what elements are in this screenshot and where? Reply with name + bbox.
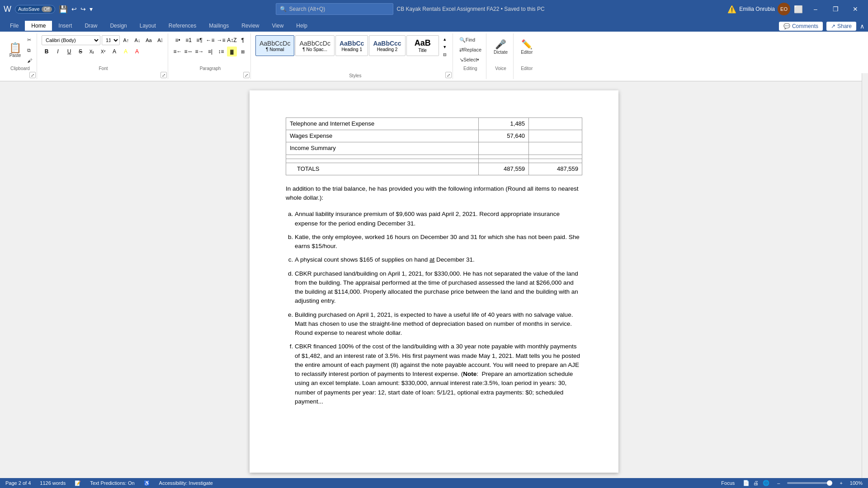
save-icon[interactable]: 💾 — [59, 5, 68, 14]
text-color-button[interactable]: A — [132, 47, 142, 56]
subscript-button[interactable]: X₂ — [87, 47, 97, 56]
dictate-button[interactable]: 🎤 Dictate — [491, 35, 510, 58]
undo-icon[interactable]: ↩ — [71, 5, 77, 13]
web-view-icon[interactable]: 🌐 — [762, 479, 770, 482]
superscript-button[interactable]: X² — [98, 47, 108, 56]
clipboard-expand[interactable]: ⤢ — [29, 72, 36, 78]
tab-references[interactable]: References — [162, 21, 203, 32]
user-section: ⚠️ Emilia Onrubia EO — [727, 3, 790, 15]
tab-mailings[interactable]: Mailings — [203, 21, 235, 32]
search-box[interactable]: 🔍 Search (Alt+Q) — [276, 3, 393, 15]
select-button[interactable]: ↘ Select ▾ — [458, 55, 483, 64]
customize-icon[interactable]: ▾ — [90, 5, 93, 13]
decrease-font-button[interactable]: A↓ — [132, 35, 142, 45]
title-bar-center: 🔍 Search (Alt+Q) CB Kayak Rentals Excel … — [93, 3, 727, 15]
minimize-button[interactable]: – — [807, 2, 825, 16]
style-heading2[interactable]: AaBbCcc Heading 2 — [369, 35, 405, 56]
bullets-button[interactable]: ≡• — [173, 35, 183, 45]
tab-home[interactable]: Home — [25, 21, 52, 32]
table-totals-row: TOTALS 487,559 487,559 — [286, 163, 582, 175]
highlight-button[interactable]: A — [121, 47, 131, 56]
paragraph-expand[interactable]: ⤢ — [243, 72, 250, 78]
layout-icon[interactable]: ⬜ — [794, 5, 803, 14]
increase-indent-button[interactable]: →≡ — [216, 35, 226, 45]
strikethrough-button[interactable]: S — [75, 47, 85, 56]
numbering-button[interactable]: ≡1 — [184, 35, 193, 45]
paste-label: Paste — [9, 53, 21, 58]
zoom-in-button[interactable]: + — [840, 480, 842, 482]
focus-button[interactable]: Focus — [721, 480, 735, 482]
font-size-select[interactable]: 11 — [102, 35, 120, 45]
style-title[interactable]: AaB Title — [406, 35, 439, 56]
format-painter-button[interactable]: 🖌 — [25, 56, 34, 65]
list: Annual liability insurance premium of $9… — [295, 210, 582, 406]
italic-button[interactable]: I — [53, 47, 63, 56]
replace-icon: ⇄ — [459, 47, 463, 53]
styles-group: AaBbCcDc ¶ Normal AaBbCcDc ¶ No Spac... … — [253, 33, 453, 79]
tab-insert[interactable]: Insert — [52, 21, 78, 32]
tab-design[interactable]: Design — [104, 21, 133, 32]
change-case-button[interactable]: Aa — [144, 35, 154, 45]
bold-button[interactable]: B — [42, 47, 52, 56]
comments-button[interactable]: 💬 Comments — [779, 22, 823, 31]
sort-button[interactable]: A↕Z — [227, 35, 237, 45]
style-heading1[interactable]: AaBbCc Heading 1 — [335, 35, 368, 56]
scrollbar[interactable] — [862, 73, 868, 478]
ribbon: 📋 Paste ✂ ⧉ 🖌 Clipboard ⤢ Calibri (Body)… — [0, 32, 868, 81]
line-spacing-button[interactable]: ↕≡ — [216, 47, 226, 56]
table-cell-name: Telephone and Internet Expense — [286, 118, 479, 130]
styles-expand-btn[interactable]: ⤢ — [445, 72, 452, 78]
align-right-button[interactable]: ≡→ — [194, 47, 204, 56]
title-bar-left: W AutoSave Off 💾 ↩ ↪ ▾ — [4, 5, 93, 14]
shading-button[interactable]: ▓ — [227, 47, 237, 56]
table-totals-credit: 487,559 — [529, 163, 582, 175]
clipboard-group: 📋 Paste ✂ ⧉ 🖌 Clipboard ⤢ — [4, 33, 37, 79]
share-button[interactable]: ↗ Share — [826, 22, 856, 31]
select-label: Select — [463, 57, 477, 62]
close-button[interactable]: ✕ — [846, 2, 864, 16]
redo-icon[interactable]: ↪ — [80, 5, 86, 13]
align-left-button[interactable]: ≡← — [173, 47, 183, 56]
zoom-level[interactable]: 100% — [850, 480, 863, 482]
find-button[interactable]: 🔍 Find — [458, 35, 483, 44]
restore-button[interactable]: ❐ — [826, 2, 844, 16]
replace-button[interactable]: ⇄ Replace — [458, 45, 483, 54]
underline-button[interactable]: U — [64, 47, 74, 56]
tab-draw[interactable]: Draw — [78, 21, 104, 32]
clear-format-button[interactable]: A⃥ — [155, 35, 165, 45]
font-expand[interactable]: ⤢ — [160, 72, 167, 78]
font-family-select[interactable]: Calibri (Body) — [42, 35, 100, 45]
cut-button[interactable]: ✂ — [25, 35, 34, 44]
tab-layout[interactable]: Layout — [133, 21, 162, 32]
ribbon-collapse-icon[interactable]: ∧ — [860, 23, 864, 30]
styles-scroll-down[interactable]: ▼ — [440, 43, 450, 51]
tab-view[interactable]: View — [266, 21, 290, 32]
align-center-button[interactable]: ≡↔ — [184, 47, 193, 56]
tab-review[interactable]: Review — [235, 21, 265, 32]
styles-scroll-up[interactable]: ▲ — [440, 35, 450, 43]
pilcrow-button[interactable]: ¶ — [238, 35, 248, 45]
table-cell-credit — [529, 159, 582, 163]
font-row-2: B I U S X₂ X² A A A — [42, 47, 165, 56]
select-icon: ↘ — [459, 57, 463, 63]
decrease-indent-button[interactable]: ←≡ — [205, 35, 215, 45]
justify-button[interactable]: ≡| — [205, 47, 215, 56]
styles-expand[interactable]: ⊟ — [440, 51, 450, 59]
print-view-icon[interactable]: 🖨 — [752, 479, 760, 482]
increase-font-button[interactable]: A↑ — [121, 35, 131, 45]
copy-button[interactable]: ⧉ — [25, 46, 34, 55]
editor-button[interactable]: ✏️ Editor — [518, 35, 535, 58]
ribbon-tabs: File Home Insert Draw Design Layout Refe… — [0, 18, 868, 32]
font-color-button[interactable]: A — [109, 47, 119, 56]
paste-button[interactable]: 📋 Paste — [6, 38, 24, 63]
table-cell-credit — [529, 118, 582, 130]
zoom-out-button[interactable]: – — [777, 480, 780, 482]
tab-help[interactable]: Help — [290, 21, 314, 32]
multilevel-button[interactable]: ≡¶ — [194, 35, 204, 45]
autosave-toggle[interactable]: AutoSave Off — [15, 5, 55, 14]
read-view-icon[interactable]: 📄 — [742, 479, 750, 482]
style-normal[interactable]: AaBbCcDc ¶ Normal — [255, 35, 294, 56]
style-nospace[interactable]: AaBbCcDc ¶ No Spac... — [295, 35, 334, 56]
tab-file[interactable]: File — [4, 21, 25, 32]
borders-button[interactable]: ⊞ — [238, 47, 248, 56]
